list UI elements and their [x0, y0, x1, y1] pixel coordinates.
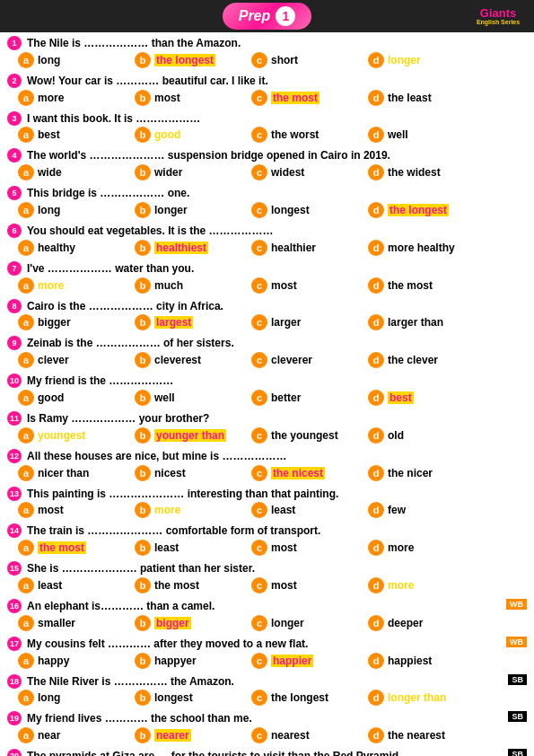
- option-text-c-q17: happier: [271, 655, 313, 667]
- option-d-q5[interactable]: dthe longest: [364, 201, 481, 219]
- option-d-q7[interactable]: dthe most: [364, 277, 481, 294]
- option-c-q1[interactable]: cshort: [248, 51, 364, 69]
- option-b-q9[interactable]: bcleverest: [131, 351, 248, 369]
- option-d-q3[interactable]: dwell: [364, 126, 481, 144]
- option-a-q11[interactable]: ayoungest: [14, 426, 131, 444]
- option-c-q2[interactable]: cthe most: [248, 89, 364, 107]
- option-d-q10[interactable]: dbest: [364, 389, 481, 407]
- option-label-a: a: [18, 90, 34, 106]
- option-label-c: c: [251, 502, 267, 518]
- option-b-q13[interactable]: bmore: [131, 501, 248, 519]
- option-a-q9[interactable]: aclever: [14, 351, 131, 369]
- option-d-q2[interactable]: dthe least: [364, 89, 481, 107]
- option-b-q1[interactable]: bthe longest: [131, 51, 248, 69]
- prep-number: 1: [276, 6, 295, 26]
- option-d-q16[interactable]: ddeeper: [364, 614, 481, 632]
- option-d-q11[interactable]: dold: [364, 426, 481, 444]
- option-b-q16[interactable]: bbigger: [131, 614, 248, 632]
- option-d-q19[interactable]: dthe nearest: [364, 726, 481, 744]
- option-a-q5[interactable]: along: [14, 201, 131, 219]
- option-label-a: a: [18, 577, 34, 593]
- option-a-q10[interactable]: agood: [14, 389, 131, 407]
- option-a-q7[interactable]: amore: [14, 277, 131, 294]
- option-c-q9[interactable]: ccleverer: [248, 351, 364, 369]
- option-a-q15[interactable]: aleast: [14, 576, 131, 594]
- option-a-q6[interactable]: ahealthy: [14, 239, 131, 257]
- question-block-3: 3I want this book. It is ………………abestbgoo…: [7, 111, 527, 145]
- question-stem-17: My cousins felt ………… after they moved to…: [27, 637, 308, 652]
- option-c-q14[interactable]: cmost: [248, 539, 364, 557]
- option-d-q9[interactable]: dthe clever: [364, 351, 481, 369]
- option-c-q10[interactable]: cbetter: [248, 389, 364, 407]
- option-a-q1[interactable]: along: [14, 51, 131, 69]
- option-b-q18[interactable]: blongest: [131, 689, 248, 707]
- option-b-q10[interactable]: bwell: [131, 389, 248, 407]
- question-number-20: 20: [7, 749, 27, 756]
- option-b-q2[interactable]: bmost: [131, 89, 248, 107]
- option-a-q17[interactable]: ahappy: [14, 652, 131, 670]
- option-d-q14[interactable]: dmore: [364, 539, 481, 557]
- option-text-c-q10: better: [271, 391, 301, 404]
- option-b-q14[interactable]: bleast: [131, 539, 248, 557]
- option-c-q7[interactable]: cmost: [248, 277, 364, 294]
- option-d-q18[interactable]: dlonger than: [364, 689, 481, 707]
- option-label-d: d: [368, 314, 384, 330]
- option-c-q6[interactable]: chealthier: [248, 239, 364, 257]
- options-row-16: asmallerbbiggerclongerddeeper: [14, 614, 527, 632]
- option-d-q6[interactable]: dmore healthy: [364, 239, 481, 257]
- option-b-q7[interactable]: bmuch: [131, 277, 248, 294]
- option-c-q16[interactable]: clonger: [248, 614, 364, 632]
- option-c-q13[interactable]: cleast: [248, 501, 364, 519]
- option-b-q3[interactable]: bgood: [131, 126, 248, 144]
- option-b-q5[interactable]: blonger: [131, 201, 248, 219]
- option-d-q15[interactable]: dmore: [364, 576, 481, 594]
- option-c-q4[interactable]: cwidest: [248, 163, 364, 181]
- option-b-q19[interactable]: bnearer: [131, 726, 248, 744]
- option-b-q17[interactable]: bhappyer: [131, 652, 248, 670]
- option-d-q13[interactable]: dfew: [364, 501, 481, 519]
- option-d-q17[interactable]: dhappiest: [364, 652, 481, 670]
- prep-label: Prep: [239, 8, 271, 24]
- option-c-q18[interactable]: cthe longest: [248, 689, 364, 707]
- question-number-5: 5: [7, 186, 27, 200]
- option-text-c-q11: the youngest: [271, 429, 338, 442]
- option-b-q8[interactable]: blargest: [131, 313, 248, 331]
- option-d-q8[interactable]: dlarger than: [364, 313, 481, 331]
- option-text-d-q2: the least: [388, 92, 432, 104]
- option-a-q14[interactable]: athe most: [14, 539, 131, 557]
- option-label-b: b: [135, 615, 151, 631]
- question-number-8: 8: [7, 299, 27, 313]
- option-c-q17[interactable]: chappier: [248, 652, 364, 670]
- question-stem-11: Is Ramy ……………… your brother?: [27, 411, 209, 426]
- option-a-q8[interactable]: abigger: [14, 313, 131, 331]
- option-text-d-q3: well: [388, 128, 408, 141]
- option-a-q19[interactable]: anear: [14, 726, 131, 744]
- option-c-q11[interactable]: cthe youngest: [248, 426, 364, 444]
- option-text-a-q12: nicer than: [38, 467, 89, 479]
- option-d-q1[interactable]: dlonger: [364, 51, 481, 69]
- option-c-q15[interactable]: cmost: [248, 576, 364, 594]
- option-b-q4[interactable]: bwider: [131, 163, 248, 181]
- option-c-q8[interactable]: clarger: [248, 313, 364, 331]
- option-c-q5[interactable]: clongest: [248, 201, 364, 219]
- option-a-q12[interactable]: anicer than: [14, 464, 131, 482]
- question-number-19: 19: [7, 711, 27, 725]
- option-d-q12[interactable]: dthe nicer: [364, 464, 481, 482]
- option-b-q11[interactable]: byounger than: [131, 426, 248, 444]
- question-block-17: 17My cousins felt ………… after they moved …: [7, 637, 527, 670]
- option-c-q12[interactable]: cthe nicest: [248, 464, 364, 482]
- option-b-q15[interactable]: bthe most: [131, 576, 248, 594]
- option-a-q16[interactable]: asmaller: [14, 614, 131, 632]
- option-a-q18[interactable]: along: [14, 689, 131, 707]
- option-d-q4[interactable]: dthe widest: [364, 163, 481, 181]
- option-c-q3[interactable]: cthe worst: [248, 126, 364, 144]
- option-label-c: c: [251, 127, 267, 143]
- option-b-q6[interactable]: bhealthiest: [131, 239, 248, 257]
- option-a-q2[interactable]: amore: [14, 89, 131, 107]
- option-b-q12[interactable]: bnicest: [131, 464, 248, 482]
- option-c-q19[interactable]: cnearest: [248, 726, 364, 744]
- option-a-q3[interactable]: abest: [14, 126, 131, 144]
- option-label-d: d: [368, 615, 384, 631]
- option-a-q4[interactable]: awide: [14, 163, 131, 181]
- option-a-q13[interactable]: amost: [14, 501, 131, 519]
